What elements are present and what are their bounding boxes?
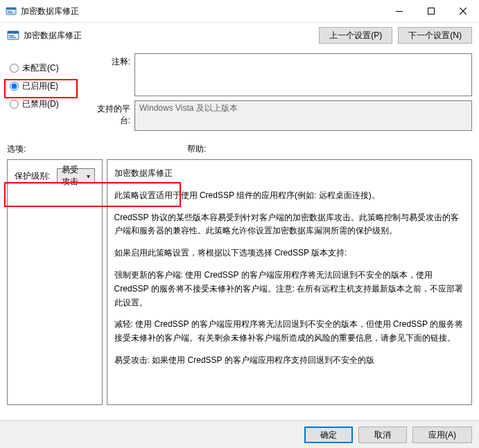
minimize-button[interactable] (383, 0, 415, 22)
bottom-button-bar: 确定 取消 应用(A) (0, 420, 479, 448)
platform-label: 支持的平台: (89, 100, 134, 127)
comment-label: 注释: (89, 53, 134, 68)
svg-rect-3 (8, 12, 13, 13)
svg-rect-4 (396, 11, 403, 12)
svg-rect-5 (428, 8, 435, 15)
help-title: 加密数据库修正 (114, 167, 464, 181)
options-section-label: 选项: (7, 143, 186, 155)
comment-textarea[interactable] (134, 53, 472, 96)
combo-value: 易受攻击 (62, 164, 86, 188)
panes: 保护级别: 易受攻击 ▾ 加密数据库修正 此策略设置适用于使用 CredSSP … (0, 159, 479, 405)
protection-level-label: 保护级别: (15, 170, 50, 182)
window-title: 加密数据库修正 (21, 6, 79, 17)
maximize-button[interactable] (415, 0, 447, 22)
next-setting-button[interactable]: 下一个设置(N) (398, 27, 472, 44)
ok-button[interactable]: 确定 (304, 427, 353, 443)
svg-rect-1 (6, 8, 16, 10)
radio-enabled[interactable]: 已启用(E) (7, 77, 89, 95)
help-pane: 加密数据库修正 此策略设置适用于使用 CredSSP 组件的应用程序(例如: 远… (107, 159, 472, 405)
cancel-button[interactable]: 取消 (358, 427, 407, 443)
config-area: 未配置(C) 已启用(E) 已禁用(D) 注释: 支持的平台: Windows … (0, 51, 479, 131)
help-p2: CredSSP 协议的某些版本容易受到针对客户端的加密数据库攻击。此策略控制与易… (114, 211, 464, 239)
svg-rect-8 (9, 35, 14, 36)
chevron-down-icon: ▾ (87, 172, 90, 180)
header-title: 加密数据库修正 (24, 30, 82, 42)
svg-rect-7 (8, 31, 19, 34)
close-button[interactable] (447, 0, 479, 22)
app-icon (6, 6, 17, 17)
help-p3: 如果启用此策略设置，将根据以下选项选择 CredSSP 版本支持: (114, 247, 464, 260)
previous-setting-button[interactable]: 上一个设置(P) (319, 27, 392, 44)
svg-rect-9 (9, 37, 16, 38)
radio-not-configured[interactable]: 未配置(C) (7, 59, 89, 77)
policy-icon (7, 29, 19, 42)
mid-labels: 选项: 帮助: (0, 131, 479, 159)
help-section-label: 帮助: (186, 143, 472, 155)
header-bar: 加密数据库修正 上一个设置(P) 下一个设置(N) (0, 22, 479, 51)
protection-level-combo[interactable]: 易受攻击 ▾ (57, 168, 94, 183)
protection-level-row: 保护级别: 易受攻击 ▾ (15, 168, 95, 183)
svg-rect-2 (8, 11, 12, 12)
options-pane: 保护级别: 易受攻击 ▾ (7, 159, 103, 405)
help-p5: 减轻: 使用 CredSSP 的客户端应用程序将无法回退到不安全的版本，但使用 … (114, 318, 464, 346)
help-p4: 强制更新的客户端: 使用 CredSSP 的客户端应用程序将无法回退到不安全的版… (114, 269, 464, 310)
apply-button[interactable]: 应用(A) (412, 427, 472, 443)
help-p6: 易受攻击: 如果使用 CredSSP 的客户端应用程序支持回退到不安全的版 (114, 354, 464, 368)
titlebar: 加密数据库修正 (0, 0, 479, 22)
supported-platform-box: Windows Vista 及以上版本 (134, 100, 472, 131)
state-radio-group: 未配置(C) 已启用(E) 已禁用(D) (7, 53, 89, 131)
help-p1: 此策略设置适用于使用 CredSSP 组件的应用程序(例如: 远程桌面连接)。 (114, 189, 464, 203)
radio-disabled[interactable]: 已禁用(D) (7, 95, 89, 113)
